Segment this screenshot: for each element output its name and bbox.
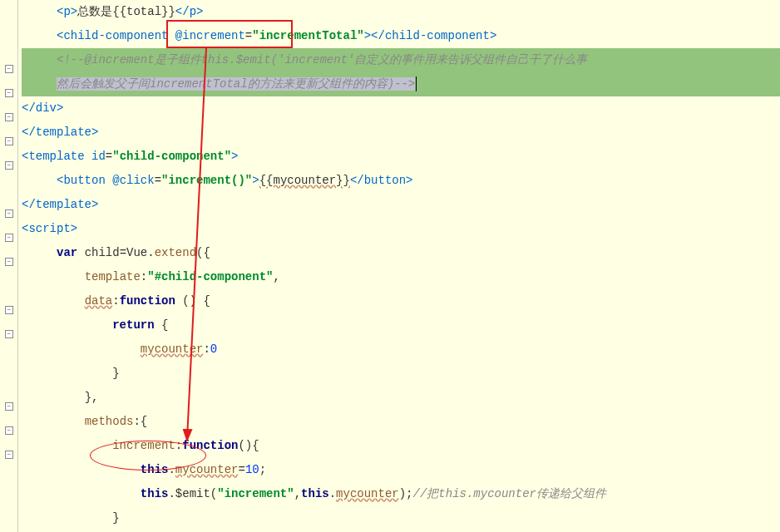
fold-icon[interactable]: − bbox=[5, 65, 13, 73]
code-line: </template> bbox=[22, 121, 780, 145]
code-line: this.mycounter=10; bbox=[22, 458, 780, 482]
code-line: <button @click="increment()">{{mycounter… bbox=[22, 169, 780, 193]
fold-icon[interactable]: − bbox=[5, 209, 13, 218]
code-area[interactable]: <p>总数是{{total}}</p> <child-component @in… bbox=[18, 0, 780, 532]
fold-icon[interactable]: − bbox=[5, 113, 13, 121]
code-line: <child-component @increment="incrementTo… bbox=[22, 24, 780, 48]
fold-icon[interactable]: − bbox=[5, 330, 13, 338]
fold-icon[interactable]: − bbox=[5, 258, 13, 266]
code-line: </div> bbox=[22, 96, 780, 121]
code-line: <script> bbox=[22, 217, 780, 241]
code-line: } bbox=[22, 506, 780, 530]
fold-icon[interactable]: − bbox=[5, 234, 13, 242]
code-line: <template id="child-component"> bbox=[22, 145, 780, 169]
code-line: <!--@increment是子组件this.$emit('increment'… bbox=[22, 48, 780, 72]
code-line: } bbox=[22, 362, 780, 386]
fold-icon[interactable]: − bbox=[5, 137, 13, 145]
code-line: template:"#child-component", bbox=[22, 265, 780, 289]
code-line: this.$emit("increment",this.mycounter);/… bbox=[22, 482, 780, 506]
gutter: − − − − − − − − − − − − − bbox=[0, 0, 18, 532]
code-line: return { bbox=[22, 313, 780, 337]
fold-icon[interactable]: − bbox=[5, 451, 13, 459]
code-line: }, bbox=[22, 386, 780, 410]
code-line: increment:function(){ bbox=[22, 434, 780, 458]
fold-icon[interactable]: − bbox=[5, 161, 13, 170]
fold-icon[interactable]: − bbox=[5, 402, 13, 411]
fold-icon[interactable]: − bbox=[5, 306, 13, 314]
code-line: methods:{ bbox=[22, 410, 780, 434]
code-line: data:function () { bbox=[22, 289, 780, 313]
caret-icon bbox=[416, 76, 417, 91]
code-line: mycounter:0 bbox=[22, 337, 780, 362]
fold-icon[interactable]: − bbox=[5, 89, 13, 97]
code-line: 然后会触发父子间incrementTotal的方法来更新父组件的内容)--> bbox=[22, 72, 780, 96]
code-line: </template> bbox=[22, 193, 780, 217]
code-line: <p>总数是{{total}}</p> bbox=[22, 0, 780, 24]
fold-icon[interactable]: − bbox=[5, 426, 13, 435]
code-line: var child=Vue.extend({ bbox=[22, 241, 780, 265]
